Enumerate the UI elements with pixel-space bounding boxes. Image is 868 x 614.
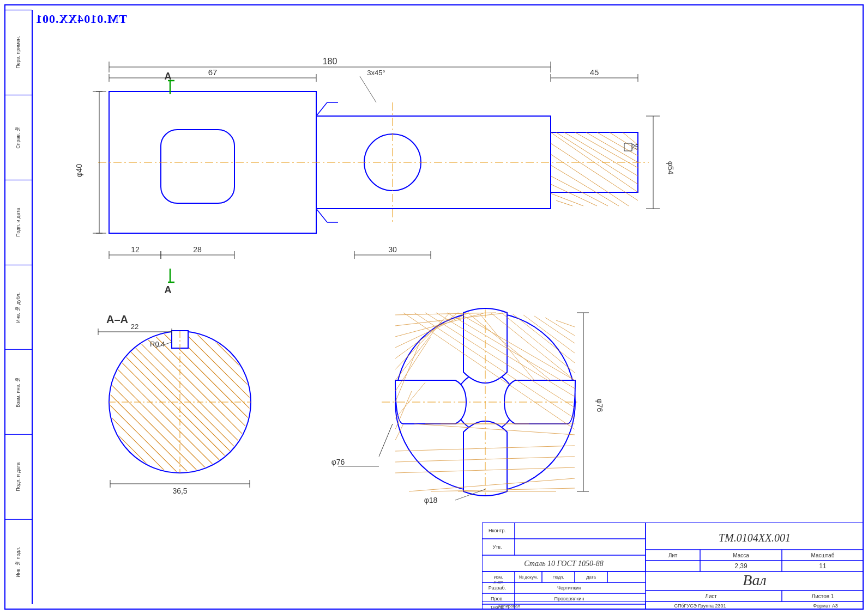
svg-text:φ76: φ76 <box>595 399 604 412</box>
svg-line-21 <box>551 184 597 206</box>
svg-line-136 <box>534 316 575 343</box>
svg-text:Масса: Масса <box>733 552 749 558</box>
svg-line-98 <box>125 477 136 488</box>
svg-text:ТМ.0104ХХ.001: ТМ.0104ХХ.001 <box>719 532 791 544</box>
svg-text:11: 11 <box>819 562 827 570</box>
svg-text:А: А <box>165 71 172 82</box>
svg-rect-208 <box>515 539 646 555</box>
svg-text:22: 22 <box>131 323 138 331</box>
svg-text:180: 180 <box>323 57 337 66</box>
svg-line-11 <box>564 132 638 176</box>
svg-line-87 <box>110 362 245 497</box>
svg-text:φ40: φ40 <box>75 163 83 177</box>
svg-line-116 <box>395 313 469 348</box>
svg-text:Проверялкин: Проверялкин <box>554 596 584 601</box>
svg-text:Сталь 10 ГОСТ 1050-88: Сталь 10 ГОСТ 1050-88 <box>524 560 603 568</box>
sidebar-inv-podl: Инв. № подл. <box>4 519 32 604</box>
svg-line-96 <box>110 460 166 511</box>
title-block: ТМ.0104ХХ.001 Лит Масса Масштаб 2,39 11 … <box>482 522 864 610</box>
sidebar-inv-dubl: Инв. № дубл. <box>4 265 32 350</box>
svg-line-94 <box>110 438 194 511</box>
svg-text:Копировал: Копировал <box>498 604 520 609</box>
svg-text:Лит: Лит <box>668 552 678 558</box>
svg-text:25: 25 <box>631 143 639 151</box>
svg-text:3х45°: 3х45° <box>367 69 385 77</box>
svg-line-153 <box>379 424 393 457</box>
sidebar-podp1: Подп. и дата <box>4 180 32 265</box>
svg-text:Чертилкин: Чертилкин <box>557 585 581 591</box>
svg-line-119 <box>395 319 443 380</box>
svg-line-90 <box>110 394 231 511</box>
svg-line-82 <box>216 331 251 366</box>
svg-line-76 <box>150 331 251 431</box>
main-drawing: 180 67 3х45° 45 φ40 φ54 25 <box>33 10 859 511</box>
svg-text:φ54: φ54 <box>666 161 675 175</box>
svg-text:Пров.: Пров. <box>491 596 504 601</box>
svg-line-39 <box>360 76 376 102</box>
svg-line-95 <box>110 449 181 511</box>
svg-text:φ76: φ76 <box>331 458 345 466</box>
svg-text:№ докум.: № докум. <box>519 575 538 580</box>
svg-text:Разраб.: Разраб. <box>489 585 506 591</box>
svg-text:Утв.: Утв. <box>492 544 502 550</box>
svg-rect-201 <box>515 604 646 610</box>
svg-line-133 <box>502 313 575 373</box>
svg-line-13 <box>586 132 638 162</box>
svg-text:Изм.: Изм. <box>493 575 503 580</box>
sidebar-vzam: Взам. инв. № <box>4 349 32 434</box>
svg-line-80 <box>194 331 251 388</box>
svg-line-135 <box>523 315 575 353</box>
svg-text:36,5: 36,5 <box>172 487 187 495</box>
svg-rect-7 <box>161 130 234 203</box>
svg-line-4 <box>316 209 327 222</box>
svg-text:45: 45 <box>590 68 599 77</box>
svg-text:φ18: φ18 <box>424 496 438 504</box>
svg-text:Листов 1: Листов 1 <box>812 593 834 599</box>
svg-text:А: А <box>165 284 172 295</box>
svg-text:Формат А3: Формат А3 <box>813 603 837 609</box>
svg-text:67: 67 <box>208 68 218 77</box>
page: Перв. примен. Справ. № Подп. и дата Инв.… <box>0 0 868 614</box>
sidebar-perv: Перв. примен. <box>4 10 32 95</box>
svg-line-84 <box>238 331 251 344</box>
svg-text:Дата: Дата <box>586 575 596 580</box>
svg-rect-186 <box>607 572 646 582</box>
svg-text:Нконтр.: Нконтр. <box>489 528 506 533</box>
svg-text:Масштаб: Масштаб <box>811 552 835 558</box>
svg-line-73 <box>119 331 251 463</box>
svg-line-19 <box>551 165 619 206</box>
svg-line-97 <box>116 472 149 506</box>
svg-text:28: 28 <box>193 245 202 254</box>
svg-line-3 <box>316 102 327 116</box>
svg-line-86 <box>110 351 248 489</box>
svg-line-23 <box>556 200 572 206</box>
svg-text:Лист: Лист <box>705 593 717 599</box>
svg-text:12: 12 <box>131 245 140 254</box>
svg-line-74 <box>129 331 251 453</box>
svg-text:30: 30 <box>388 245 397 254</box>
svg-text:СПбГУСЭ Группа 2301: СПбГУСЭ Группа 2301 <box>674 603 726 609</box>
svg-line-10 <box>556 132 638 184</box>
svg-line-81 <box>205 331 251 377</box>
svg-line-88 <box>110 373 242 504</box>
svg-text:Подп.: Подп. <box>552 575 564 580</box>
left-sidebar: Перв. примен. Справ. № Подп. и дата Инв.… <box>4 10 33 604</box>
svg-text:2,39: 2,39 <box>734 562 748 570</box>
sidebar-podp2: Подп. и дата <box>4 434 32 519</box>
sidebar-sprav: Справ. № <box>4 95 32 180</box>
svg-text:А–А: А–А <box>106 313 128 325</box>
svg-text:Вал: Вал <box>743 572 766 588</box>
svg-rect-171 <box>646 561 700 572</box>
svg-rect-205 <box>515 522 646 539</box>
